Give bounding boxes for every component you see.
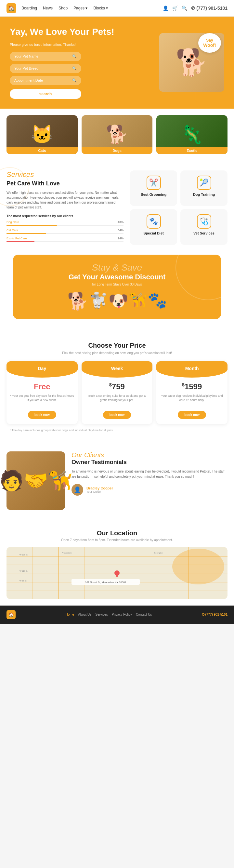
pricing-note: * The day care includes group walks for … bbox=[6, 429, 228, 432]
reviewer-name: Bradley Cooper bbox=[87, 486, 113, 490]
search-icon[interactable]: 🔍 bbox=[182, 5, 187, 11]
discount-title: Get Your Awesome Discount bbox=[21, 273, 213, 281]
hero-image: Say Woof! 🐕 bbox=[117, 33, 224, 92]
svg-text:Amsterdam: Amsterdam bbox=[62, 552, 72, 554]
footer-privacy[interactable]: Privacy Policy bbox=[112, 613, 132, 616]
svg-text:W 96 St: W 96 St bbox=[20, 580, 27, 582]
testimonials-image: 🧑‍🤝‍🦮 bbox=[6, 452, 65, 510]
service-card-diet[interactable]: 🐾 Special Diet bbox=[130, 209, 177, 245]
hero-content: Yay, We Love Your Pets! Please give us b… bbox=[10, 26, 117, 99]
nav-blocks[interactable]: Blocks ▾ bbox=[93, 6, 108, 10]
service-card-grooming[interactable]: ✂️ Best Grooming bbox=[130, 170, 177, 206]
training-icon: 🎾 bbox=[197, 176, 211, 190]
services-title: Pet Care With Love bbox=[6, 180, 124, 187]
cats-card[interactable]: 🐱 Cats bbox=[6, 115, 78, 154]
location-subtitle: Open 7 days from 8am to 5pm. Extended ho… bbox=[6, 538, 228, 542]
dogs-label: Dogs bbox=[81, 147, 153, 154]
progress-dog-care: Dog Care 43% bbox=[6, 220, 124, 226]
progress-cat-care: Cat Care 34% bbox=[6, 229, 124, 234]
discount-banner: Stay & Save Get Your Awesome Discount fo… bbox=[13, 255, 221, 319]
nav-actions: 👤 🛒 🔍 ✆ (777) 901-5101 bbox=[163, 5, 228, 11]
footer-contact[interactable]: Contact Us bbox=[136, 613, 152, 616]
vet-icon: 🩺 bbox=[197, 214, 211, 229]
appointment-input[interactable]: Appointment Date 🔍 bbox=[10, 76, 81, 85]
pricing-section: Choose Your Price Pick the best pricing … bbox=[0, 332, 234, 442]
exotic-care-link[interactable]: Exotic Pet Care bbox=[6, 237, 27, 240]
pet-breed-placeholder: Your Pet Breed bbox=[14, 66, 38, 70]
testimonials-tag: Our Clients bbox=[71, 452, 228, 459]
training-label: Dog Training bbox=[193, 192, 215, 196]
cart-icon[interactable]: 🛒 bbox=[172, 5, 178, 11]
appointment-placeholder: Appointment Date bbox=[14, 79, 43, 82]
pricing-subtitle: Pick the best pricing plan depending on … bbox=[6, 351, 228, 355]
testimonials-title: Owner Testimonials bbox=[71, 459, 228, 466]
logo-icon[interactable]: 🏠 bbox=[6, 3, 16, 13]
pricing-week-desc: Book a cat or dog suite for a week and g… bbox=[81, 394, 153, 407]
footer-logo[interactable]: 🏠 bbox=[6, 610, 15, 619]
footer: 🏠 Home About Us Services Privacy Policy … bbox=[0, 606, 234, 624]
dogs-group-image: 🐕 🐩 🐶 🦮 🐾 bbox=[21, 291, 213, 311]
book-month-button[interactable]: book now bbox=[178, 411, 206, 419]
svg-point-12 bbox=[172, 549, 224, 584]
pricing-week-header: Week bbox=[81, 361, 153, 378]
svg-text:Lexington: Lexington bbox=[155, 552, 163, 554]
map-container[interactable]: 101 Street St, Manhattan NY 10001 W 125 … bbox=[6, 547, 228, 599]
pricing-day-desc: * Your pet gets free day care for the fi… bbox=[6, 394, 78, 407]
nav-shop[interactable]: Shop bbox=[59, 6, 68, 10]
footer-services[interactable]: Services bbox=[95, 613, 108, 616]
pet-breed-input[interactable]: Your Pet Breed 🔍 bbox=[10, 64, 81, 73]
hero-subtitle: Please give us basic information. Thanks… bbox=[10, 42, 117, 46]
pricing-month-desc: Your cat or dog receives individual play… bbox=[156, 394, 228, 407]
service-card-training[interactable]: 🎾 Dog Training bbox=[180, 170, 228, 206]
services-tag: Services bbox=[6, 170, 124, 179]
pricing-month-amount: $1599 bbox=[156, 382, 228, 391]
discount-tag: Stay & Save bbox=[21, 262, 213, 273]
dog-care-percent: 43% bbox=[118, 220, 124, 224]
services-section: Services Pet Care With Love We offer hig… bbox=[0, 161, 234, 255]
nav-boarding[interactable]: Boarding bbox=[22, 6, 37, 10]
exotic-care-percent: 24% bbox=[118, 237, 124, 240]
nav-links: Boarding News Shop Pages ▾ Blocks ▾ bbox=[22, 6, 163, 10]
diet-label: Special Diet bbox=[143, 231, 164, 235]
services-description: We offer high-class care services and ac… bbox=[6, 190, 124, 210]
footer-home[interactable]: Home bbox=[65, 613, 74, 616]
exotic-care-bar-fill bbox=[6, 241, 34, 242]
location-title: Our Location bbox=[6, 529, 228, 537]
map-svg: 101 Street St, Manhattan NY 10001 W 125 … bbox=[6, 547, 228, 599]
pricing-day-header: Day bbox=[6, 361, 78, 378]
progress-exotic-care: Exotic Pet Care 24% bbox=[6, 237, 124, 242]
pet-name-input[interactable]: Your Pet Name 🔍 bbox=[10, 52, 81, 61]
cat-care-bar-bg bbox=[6, 233, 124, 234]
book-day-button[interactable]: book now bbox=[28, 411, 56, 419]
service-card-vet[interactable]: 🩺 Vet Services bbox=[180, 209, 228, 245]
pricing-day-amount: Free bbox=[6, 382, 78, 391]
svg-text:101 Street St, Manhattan NY 10: 101 Street St, Manhattan NY 10001 bbox=[85, 581, 126, 584]
testimonials-section: 🧑‍🤝‍🦮 Our Clients Owner Testimonials To … bbox=[0, 442, 234, 520]
nav-pages[interactable]: Pages ▾ bbox=[73, 6, 88, 10]
svg-text:W 110 St: W 110 St bbox=[20, 570, 28, 572]
services-most-label: The most requested services by our clien… bbox=[6, 214, 124, 218]
hero-title: Yay, We Love Your Pets! bbox=[10, 26, 117, 37]
exotic-card[interactable]: 🦎 Exotic bbox=[156, 115, 228, 154]
pricing-card-week: Week $759 Book a cat or dog suite for a … bbox=[81, 361, 153, 424]
exotic-care-bar-bg bbox=[6, 241, 124, 242]
search-button[interactable]: search bbox=[10, 89, 81, 99]
reviewer-role: Tour Guide bbox=[87, 490, 113, 493]
input-search-icon2: 🔍 bbox=[72, 66, 77, 70]
book-week-button[interactable]: book now bbox=[103, 411, 131, 419]
dogs-card[interactable]: 🐕 Dogs bbox=[81, 115, 153, 154]
pet-name-placeholder: Your Pet Name bbox=[14, 54, 38, 58]
pricing-cards-container: Day Free * Your pet gets free day care f… bbox=[6, 361, 228, 424]
grooming-icon: ✂️ bbox=[146, 176, 161, 190]
footer-about[interactable]: About Us bbox=[78, 613, 91, 616]
user-icon[interactable]: 👤 bbox=[163, 5, 168, 11]
diet-icon: 🐾 bbox=[146, 214, 161, 229]
svg-text:W 125 St: W 125 St bbox=[20, 554, 28, 556]
dog-care-bar-fill bbox=[6, 225, 57, 226]
nav-news[interactable]: News bbox=[43, 6, 53, 10]
input-search-icon: 🔍 bbox=[72, 54, 77, 59]
navigation: 🏠 Boarding News Shop Pages ▾ Blocks ▾ 👤 … bbox=[0, 0, 234, 17]
cat-care-link[interactable]: Cat Care bbox=[6, 229, 18, 232]
dog-care-link[interactable]: Dog Care bbox=[6, 220, 19, 224]
pricing-card-day: Day Free * Your pet gets free day care f… bbox=[6, 361, 78, 424]
